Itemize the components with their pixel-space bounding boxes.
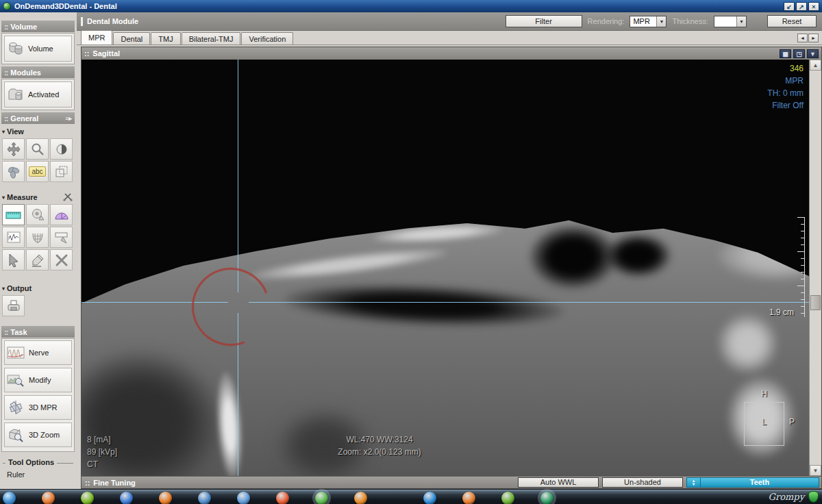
split-layout-icon[interactable]: ◳	[793, 49, 805, 58]
taskbar-app-ondemand-icon[interactable]	[540, 492, 553, 504]
tagging-tool-button[interactable]	[50, 227, 73, 248]
slice-scrollbar[interactable]: ▲ ▼	[809, 60, 821, 476]
task-3d-zoom-button[interactable]: 3D Zoom	[4, 423, 72, 447]
view-subsection-header[interactable]: ▾ View	[2, 126, 75, 137]
output-tool-grid	[2, 295, 75, 316]
chevron-down-icon[interactable]: ▼	[656, 16, 666, 27]
tab-bilateral-tmj[interactable]: Bilateral-TMJ	[182, 32, 241, 45]
collapse-icon: ▾	[2, 286, 5, 292]
taskbar-app-colorful-icon[interactable]	[315, 492, 328, 504]
tab-mpr[interactable]: MPR	[81, 30, 112, 45]
taskbar-app-green-2-icon[interactable]	[501, 492, 514, 504]
delete-x-icon	[54, 253, 69, 268]
grip-icon: ::	[4, 68, 8, 77]
activated-modules-button[interactable]: Activated	[4, 81, 72, 108]
ct-image-canvas[interactable]: 346 MPR TH: 0 mm Filter Off 8 [mA] 89 [k…	[82, 60, 809, 476]
minimize-button[interactable]: ↙	[784, 2, 795, 11]
general-menu-icon[interactable]: ≡▸	[65, 115, 72, 122]
tool-options-title: Tool Options	[5, 458, 57, 466]
scroll-up-icon[interactable]: ▲	[810, 60, 821, 71]
ruler-icon	[5, 207, 21, 223]
volume-section-header[interactable]: :: Volume	[1, 21, 75, 32]
task-modify-button[interactable]: Modify	[4, 368, 72, 392]
slice-thickness: TH: 0 mm	[767, 87, 804, 99]
select-tool-button[interactable]	[2, 249, 25, 270]
tab-dental[interactable]: Dental	[113, 32, 150, 45]
delete-tool-button[interactable]	[50, 249, 73, 270]
volume-button[interactable]: Volume	[4, 36, 72, 62]
scale-ruler	[796, 217, 805, 317]
taskbar-app-orange-circle-icon[interactable]	[354, 492, 367, 504]
edit-tool-button[interactable]	[26, 249, 49, 270]
thickness-select[interactable]: ▼	[714, 16, 747, 27]
taskbar-app-blue-window-icon[interactable]	[198, 492, 211, 504]
close-button[interactable]: ×	[808, 2, 819, 11]
area-tool-button[interactable]	[26, 227, 49, 248]
taskbar-app-orange-2-icon[interactable]	[462, 492, 475, 504]
taskbar-start-orb-icon[interactable]	[3, 492, 16, 504]
general-section-header[interactable]: :: General ≡▸	[1, 112, 75, 124]
windowing-tool-button[interactable]	[50, 138, 73, 160]
print-button[interactable]	[2, 295, 25, 316]
crosshair-horizontal[interactable]	[249, 302, 809, 303]
header-dropdown-icon[interactable]: ▼	[807, 49, 819, 58]
tube-voltage: 89 [kVp]	[87, 446, 117, 458]
3d-zoom-icon	[7, 427, 25, 442]
tab-scroll-left-icon[interactable]: ◄	[797, 34, 808, 42]
overlap-layout-icon	[54, 164, 69, 179]
ruler-tool-button[interactable]	[2, 204, 25, 225]
preset-spinner[interactable]: ▴ ▾	[687, 478, 701, 487]
ct-spine-highlight	[719, 314, 777, 373]
taskbar-app-fox-icon[interactable]	[159, 492, 172, 504]
measure-subsection-header[interactable]: ▾ Measure	[2, 192, 75, 203]
sagittal-header[interactable]: :: Sagittal ▦ ◳ ▼	[82, 47, 821, 60]
grip-icon: ::	[4, 23, 8, 31]
restore-button[interactable]: ↗	[796, 2, 807, 11]
scrollbar-thumb[interactable]	[810, 295, 821, 310]
taskbar-app-ie-icon[interactable]	[423, 492, 436, 504]
crosshair-vertical[interactable]	[238, 60, 238, 292]
task-nerve-button[interactable]: Nerve	[4, 340, 72, 365]
scroll-down-icon[interactable]: ▼	[810, 465, 821, 476]
zoom-tool-button[interactable]	[26, 138, 49, 160]
output-subsection-header[interactable]: ▾ Output	[2, 283, 75, 294]
magnifier-icon	[30, 142, 45, 157]
protractor-icon	[54, 207, 69, 223]
tab-tmj[interactable]: TMJ	[151, 32, 180, 45]
auto-wwl-button[interactable]: Auto WWL	[518, 477, 599, 488]
task-3d-mpr-button[interactable]: 3D MPR	[4, 395, 72, 420]
reset-button[interactable]: Reset	[767, 15, 817, 27]
annotation-tool-button[interactable]: abc	[26, 161, 49, 182]
preset-selector[interactable]: ▴ ▾ Teeth	[686, 477, 819, 488]
watermark-text: Grompy	[769, 492, 804, 502]
rotate-tool-button[interactable]	[2, 161, 25, 182]
title-bar: OnDemand3DDental - Dental ↙ ↗ ×	[0, 0, 822, 12]
profile-tool-button[interactable]	[2, 227, 25, 248]
grid-layout-icon[interactable]: ▦	[780, 49, 791, 58]
tape-measure-icon	[30, 207, 45, 223]
taskbar-app-green-sphere-icon[interactable]	[81, 492, 94, 504]
tab-scroll-right-icon[interactable]: ►	[808, 34, 819, 42]
ct-tooth-highlight	[213, 370, 245, 476]
tab-verification[interactable]: Verification	[241, 32, 293, 45]
rendering-label: Rendering:	[588, 17, 625, 25]
modules-panel: Activated	[1, 79, 75, 110]
rendering-select[interactable]: MPR ▼	[630, 16, 667, 27]
taskbar-app-orange-badge-icon[interactable]	[42, 492, 55, 504]
taskbar-app-red-face-icon[interactable]	[276, 492, 289, 504]
tape-measure-tool-button[interactable]	[26, 204, 49, 225]
windows-taskbar: Grompy	[0, 489, 822, 504]
layout-tool-button[interactable]	[50, 161, 73, 182]
pan-tool-button[interactable]	[2, 138, 25, 160]
angle-tool-button[interactable]	[50, 204, 73, 225]
unshaded-button[interactable]: Un-shaded	[602, 477, 683, 488]
taskbar-app-blue-window-2-icon[interactable]	[237, 492, 250, 504]
modules-section-header[interactable]: :: Modules	[1, 66, 75, 78]
view-tool-grid: abc	[2, 138, 75, 182]
task-panel: Nerve Modify 3D M	[1, 338, 75, 452]
taskbar-app-blue-document-icon[interactable]	[120, 492, 133, 504]
filter-button[interactable]: Filter	[506, 15, 582, 27]
chevron-down-icon[interactable]: ▼	[736, 16, 746, 27]
task-section-header[interactable]: :: Task	[1, 326, 75, 338]
grip-icon: ::	[85, 479, 90, 487]
